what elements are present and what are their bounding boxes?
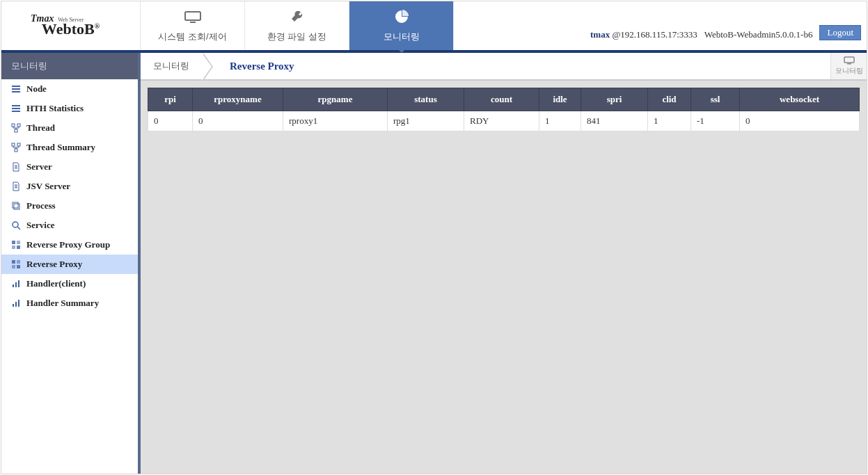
tree-icon: [11, 143, 21, 152]
table-row[interactable]: 00rproxy1rpg1RDY18411-10: [148, 111, 860, 131]
svg-rect-7: [12, 111, 20, 112]
tree-icon: [11, 123, 21, 133]
sidebar-item-label: Server: [26, 161, 52, 172]
sidebar-item-thread[interactable]: Thread: [1, 118, 138, 138]
svg-rect-9: [17, 124, 20, 127]
sidebar-item-handler-client[interactable]: Handler(client): [1, 274, 138, 293]
sidebar-item-label: Reverse Proxy: [26, 259, 82, 270]
sidebar-item-label: Service: [26, 220, 54, 231]
sidebar-item-handler-summary[interactable]: Handler Summary: [1, 293, 138, 313]
sidebar-item-node[interactable]: Node: [1, 79, 138, 99]
svg-rect-20: [17, 245, 20, 249]
nav-tab-monitor[interactable]: 모니터링: [349, 1, 454, 50]
svg-rect-21: [12, 260, 15, 264]
sidebar-item-reverse-proxy-group[interactable]: Reverse Proxy Group: [1, 235, 138, 255]
col-websocket[interactable]: websocket: [740, 88, 860, 111]
sidebar-item-label: Reverse Proxy Group: [26, 239, 110, 250]
monitor-icon: [184, 10, 202, 26]
svg-rect-27: [18, 280, 19, 287]
col-clid[interactable]: clid: [648, 88, 691, 111]
sidebar-item-label: Thread Summary: [26, 142, 95, 153]
svg-rect-30: [18, 300, 19, 307]
svg-rect-3: [12, 88, 20, 90]
header-right: tmax @192.168.115.17:3333 WebtoB-Webadmi…: [454, 1, 867, 50]
svg-rect-5: [12, 105, 20, 106]
sidebar-item-label: Handler(client): [26, 278, 86, 289]
sidebar-item-server[interactable]: Server: [1, 157, 138, 177]
col-rproxyname[interactable]: rproxyname: [193, 88, 283, 111]
app-frame: Tmax Web Server WebtoB® 시스템 조회/제어환경 파일 설…: [1, 1, 867, 474]
pie-icon: [394, 9, 409, 26]
col-idle[interactable]: idle: [539, 88, 581, 111]
cell-spri: 841: [581, 111, 648, 131]
header-bar: Tmax Web Server WebtoB® 시스템 조회/제어환경 파일 설…: [1, 1, 867, 53]
col-rpgname[interactable]: rpgname: [283, 88, 388, 111]
sidebar-item-label: JSV Server: [26, 181, 70, 192]
svg-rect-10: [15, 129, 17, 132]
brand-registered-icon: ®: [95, 22, 100, 30]
svg-rect-26: [15, 282, 17, 287]
nav-tabs: 시스템 조회/제어환경 파일 설정모니터링: [141, 1, 454, 50]
body: 모니터링 NodeHTH StatisticsThreadThread Summ…: [1, 53, 867, 474]
breadcrumb-bar: 모니터링 Reverse Proxy 모니터링: [141, 53, 867, 81]
user-info: tmax @192.168.115.17:3333: [590, 29, 697, 40]
nav-tab-config[interactable]: 환경 파일 설정: [245, 1, 349, 50]
svg-rect-22: [17, 260, 20, 264]
svg-rect-6: [12, 108, 20, 109]
col-ssl[interactable]: ssl: [691, 88, 740, 111]
sidebar-item-service[interactable]: Service: [1, 216, 138, 235]
svg-rect-18: [17, 241, 20, 244]
svg-rect-28: [13, 304, 14, 307]
svg-rect-13: [15, 149, 17, 152]
module-icon: [11, 240, 21, 250]
content-area: rpirproxynamerpgnamestatuscountidlespric…: [141, 81, 867, 474]
list-icon: [11, 104, 21, 113]
breadcrumb-page: Reverse Proxy: [213, 61, 311, 72]
sidebar-item-reverse-proxy[interactable]: Reverse Proxy: [1, 255, 138, 274]
svg-rect-29: [15, 302, 17, 307]
svg-rect-2: [12, 86, 20, 87]
col-spri[interactable]: spri: [581, 88, 648, 111]
nav-tab-label: 모니터링: [384, 31, 420, 43]
nav-tab-label: 시스템 조회/제어: [158, 31, 226, 43]
sidebar: 모니터링 NodeHTH StatisticsThreadThread Summ…: [1, 53, 141, 474]
user-host: @192.168.115.17:3333: [612, 29, 697, 40]
breadcrumb-side-label: 모니터링: [835, 66, 863, 76]
sidebar-item-label: Thread: [26, 122, 55, 134]
stack-icon: [11, 201, 21, 211]
sidebar-item-process[interactable]: Process: [1, 196, 138, 216]
doc-icon: [11, 182, 21, 191]
logout-button[interactable]: Logout: [819, 25, 861, 40]
cell-status: rpg1: [388, 111, 464, 131]
cell-rpgname: rproxy1: [283, 111, 388, 131]
col-count[interactable]: count: [464, 88, 539, 111]
user-name: tmax: [590, 29, 610, 40]
svg-rect-14: [13, 202, 18, 208]
breadcrumb: 모니터링 Reverse Proxy: [141, 53, 830, 79]
brand-logo: Tmax Web Server WebtoB®: [1, 1, 141, 50]
svg-rect-0: [185, 12, 200, 20]
svg-rect-31: [844, 57, 854, 63]
chart-icon: [11, 279, 21, 289]
sidebar-item-thread-summary[interactable]: Thread Summary: [1, 138, 138, 157]
sidebar-item-hth-statistics[interactable]: HTH Statistics: [1, 99, 138, 118]
breadcrumb-side-button[interactable]: 모니터링: [830, 53, 867, 79]
list-icon: [11, 84, 21, 94]
col-status[interactable]: status: [388, 88, 464, 111]
main: 모니터링 Reverse Proxy 모니터링 rpirproxynamerpg…: [141, 53, 867, 474]
svg-rect-17: [12, 241, 15, 244]
svg-rect-23: [12, 265, 15, 268]
svg-rect-15: [14, 204, 19, 209]
monitor-icon: [844, 56, 855, 65]
sidebar-item-label: Handler Summary: [26, 298, 99, 309]
cell-rproxyname: 0: [193, 111, 283, 131]
nav-tab-system[interactable]: 시스템 조회/제어: [141, 1, 245, 50]
svg-rect-12: [17, 143, 20, 146]
cell-clid: 1: [648, 111, 691, 131]
svg-rect-11: [12, 143, 15, 146]
chart-icon: [11, 298, 21, 308]
breadcrumb-root[interactable]: 모니터링: [141, 53, 202, 79]
col-rpi[interactable]: rpi: [148, 88, 193, 111]
sidebar-item-jsv-server[interactable]: JSV Server: [1, 177, 138, 196]
sidebar-item-label: HTH Statistics: [26, 103, 84, 114]
